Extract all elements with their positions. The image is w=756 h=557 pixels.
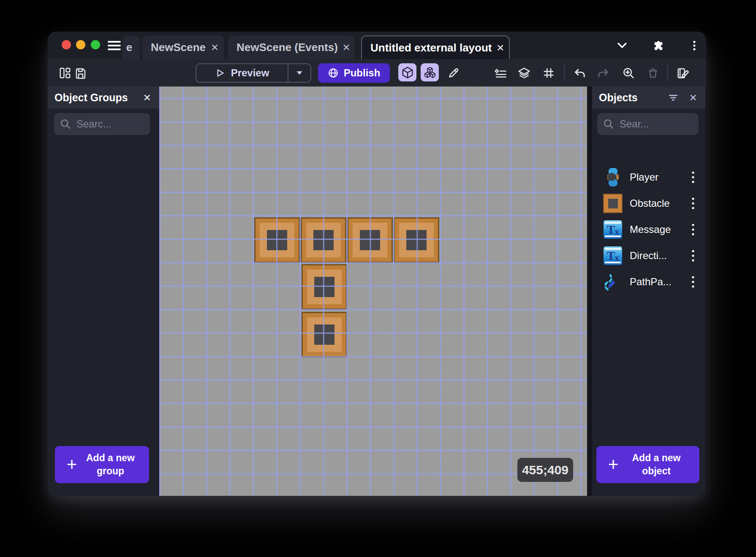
preview-button[interactable]: Preview	[196, 63, 311, 83]
grid-icon[interactable]	[542, 67, 555, 79]
filter-icon[interactable]	[667, 92, 679, 103]
edit-objects-icon[interactable]	[421, 63, 439, 81]
object-groups-search[interactable]	[54, 113, 150, 135]
preview-dropdown-button[interactable]	[288, 64, 310, 82]
divider	[667, 65, 668, 81]
cursor-coordinates-badge: 455;409	[517, 458, 573, 482]
object-kebab-menu-icon[interactable]	[688, 275, 698, 289]
save-icon[interactable]	[74, 67, 87, 79]
object-groups-panel: Object Groups × + Add a newgroup	[48, 87, 159, 496]
object-name: Player	[630, 171, 688, 183]
tab-newscene-events[interactable]: NewScene (Events) ×	[228, 35, 355, 59]
text-object-icon: Tx	[603, 246, 623, 266]
caret-down-icon	[296, 70, 303, 76]
tab-close-icon[interactable]: ×	[206, 40, 224, 54]
instances-list-icon[interactable]	[494, 67, 507, 79]
preview-button-main[interactable]: Preview	[196, 64, 288, 82]
edit-3d-view-icon[interactable]	[398, 63, 416, 81]
tab-partial[interactable]: e	[122, 35, 140, 59]
tab-partial-label: e	[122, 41, 136, 54]
add-object-label: Add a newobject	[624, 452, 693, 478]
globe-icon	[328, 68, 339, 78]
traffic-zoom-button[interactable]	[91, 40, 100, 49]
obstacle-instance[interactable]	[302, 264, 347, 310]
objects-search-input[interactable]	[620, 118, 693, 130]
traffic-close-button[interactable]	[62, 40, 71, 49]
object-row-directions[interactable]: Tx Directi...	[592, 243, 705, 269]
obstacle-instance[interactable]	[302, 312, 347, 357]
path-paint-icon	[603, 272, 623, 292]
object-groups-title: Object Groups	[54, 92, 141, 104]
objects-header: Objects ×	[592, 87, 705, 108]
objects-panel: Objects ×	[592, 87, 705, 496]
object-row-pathpaint[interactable]: PathPa...	[592, 269, 705, 295]
add-group-label: Add a newgroup	[83, 452, 143, 478]
toolbar: Preview Publish	[48, 59, 706, 87]
object-kebab-menu-icon[interactable]	[688, 249, 698, 262]
object-kebab-menu-icon[interactable]	[688, 223, 698, 236]
tab-close-icon[interactable]: ×	[338, 40, 355, 54]
obstacle-instance[interactable]	[254, 217, 300, 263]
add-group-button[interactable]: + Add a newgroup	[55, 446, 149, 483]
undo-icon[interactable]	[573, 67, 586, 79]
window-kebab-menu-icon[interactable]	[689, 32, 700, 59]
search-icon	[60, 119, 71, 130]
tab-bar: e NewScene × NewScene (Events) × Untitle…	[48, 32, 706, 59]
object-name: Obstacle	[630, 197, 688, 209]
obstacle-instance[interactable]	[301, 217, 346, 263]
extensions-puzzle-icon[interactable]	[653, 32, 664, 59]
search-icon	[603, 119, 614, 130]
obstacle-instance[interactable]	[347, 217, 393, 263]
layers-icon[interactable]	[518, 67, 530, 79]
plus-icon: +	[61, 456, 83, 473]
object-row-message[interactable]: Tx Message	[592, 216, 705, 243]
tab-label: Untitled external layout	[362, 41, 492, 54]
open-project-manager-icon[interactable]	[59, 67, 71, 79]
tab-untitled-external-layout[interactable]: Untitled external layout ×	[361, 35, 510, 59]
object-groups-header: Object Groups ×	[48, 87, 159, 108]
objects-list: Player Obstacle	[592, 164, 705, 295]
zoom-in-icon[interactable]	[622, 67, 635, 79]
gdevelop-window: e NewScene × NewScene (Events) × Untitle…	[48, 32, 706, 496]
preview-label: Preview	[231, 67, 269, 79]
objects-search[interactable]	[597, 113, 699, 135]
object-name: PathPa...	[630, 276, 688, 288]
tab-label: NewScene (Events)	[228, 41, 338, 54]
chevron-down-icon[interactable]	[616, 32, 628, 59]
edit-mode-pencil-icon[interactable]	[447, 67, 460, 79]
object-kebab-menu-icon[interactable]	[688, 170, 698, 184]
objects-title: Objects	[599, 92, 667, 104]
play-icon	[215, 68, 225, 78]
close-icon[interactable]: ×	[141, 90, 152, 105]
object-kebab-menu-icon[interactable]	[688, 197, 698, 210]
main-menu-icon[interactable]	[108, 41, 121, 52]
trash-icon[interactable]	[647, 67, 659, 79]
tab-newscene[interactable]: NewScene ×	[142, 35, 224, 59]
object-groups-search-input[interactable]	[76, 118, 144, 130]
tab-label: NewScene	[142, 41, 206, 54]
obstacle-instance[interactable]	[394, 217, 439, 263]
scene-canvas[interactable]: 455;409	[159, 87, 587, 496]
tab-close-icon[interactable]: ×	[492, 41, 509, 55]
traffic-minimize-button[interactable]	[76, 40, 85, 49]
close-icon[interactable]: ×	[688, 90, 699, 105]
object-name: Directi...	[630, 250, 688, 262]
edit-scene-icon[interactable]	[676, 67, 690, 79]
add-object-button[interactable]: + Add a newobject	[596, 446, 699, 483]
plus-icon: +	[602, 456, 624, 473]
object-row-obstacle[interactable]: Obstacle	[592, 190, 705, 216]
text-object-icon: Tx	[603, 219, 623, 240]
editor-content: Object Groups × + Add a newgroup 455;409	[48, 87, 706, 496]
publish-button[interactable]: Publish	[318, 63, 390, 83]
object-row-player[interactable]: Player	[592, 164, 705, 190]
divider	[564, 65, 565, 81]
object-name: Message	[630, 224, 688, 235]
redo-icon[interactable]	[597, 67, 610, 79]
publish-label: Publish	[344, 67, 381, 79]
player-sprite-icon	[603, 167, 623, 187]
obstacle-tile-icon	[603, 193, 623, 214]
desktop-background: e NewScene × NewScene (Events) × Untitle…	[0, 0, 756, 557]
